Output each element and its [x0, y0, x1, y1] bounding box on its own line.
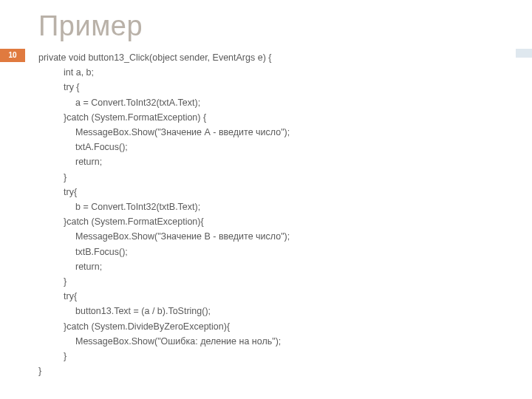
code-text: a = Convert.ToInt32(txtA.Text); — [38, 95, 200, 110]
code-text: return; — [38, 154, 102, 169]
code-line: b = Convert.ToInt32(txtB.Text); — [38, 200, 290, 214]
code-line: int a, b; — [38, 65, 290, 80]
code-line: try{ — [38, 289, 290, 304]
code-text: b = Convert.ToInt32(txtB.Text); — [38, 200, 200, 214]
code-text: }catch (System.DivideByZeroException){ — [38, 319, 230, 334]
code-line: try { — [38, 80, 290, 95]
code-text: try{ — [38, 185, 77, 200]
code-text: } — [38, 170, 66, 185]
code-line: } — [38, 349, 290, 364]
code-text: return; — [38, 259, 102, 274]
code-line: txtB.Focus(); — [38, 245, 290, 259]
code-line: MessageBox.Show("Значение А - введите чи… — [38, 125, 290, 140]
code-text: }catch (System.FormatException){ — [38, 214, 204, 229]
code-text: button13.Text = (a / b).ToString(); — [38, 304, 211, 318]
code-line: }catch (System.FormatException) { — [38, 110, 290, 125]
code-line: txtA.Focus(); — [38, 140, 290, 154]
code-line: } — [38, 274, 290, 289]
slide-title: Пример — [38, 10, 143, 42]
code-text: } — [38, 366, 41, 376]
code-line: } — [38, 170, 290, 185]
code-text: MessageBox.Show("Ошибка: деление на ноль… — [38, 334, 281, 349]
code-line: MessageBox.Show("Ошибка: деление на ноль… — [38, 334, 290, 349]
code-line: }catch (System.DivideByZeroException){ — [38, 319, 290, 334]
code-text: try { — [38, 80, 80, 95]
code-line: a = Convert.ToInt32(txtA.Text); — [38, 95, 290, 110]
code-line: }catch (System.FormatException){ — [38, 214, 290, 229]
code-text: } — [38, 349, 66, 364]
code-text: MessageBox.Show("Значение А - введите чи… — [38, 125, 290, 140]
code-line: } — [38, 364, 290, 378]
code-text: int a, b; — [38, 65, 94, 80]
code-line: return; — [38, 154, 290, 169]
code-line: try{ — [38, 185, 290, 200]
code-text: }catch (System.FormatException) { — [38, 110, 206, 125]
slide: Пример 10 private void button13_Click(ob… — [0, 0, 532, 399]
code-line: return; — [38, 259, 290, 274]
code-text: MessageBox.Show("Значение B - введите чи… — [38, 229, 290, 244]
page-number-badge: 10 — [0, 49, 25, 62]
code-line: private void button13_Click(object sende… — [38, 50, 290, 65]
code-text: try{ — [38, 289, 77, 304]
code-block: private void button13_Click(object sende… — [38, 50, 290, 378]
code-line: MessageBox.Show("Значение B - введите чи… — [38, 229, 290, 244]
code-line: button13.Text = (a / b).ToString(); — [38, 304, 290, 318]
side-decoration — [516, 49, 532, 58]
code-text: txtA.Focus(); — [38, 140, 128, 154]
code-text: txtB.Focus(); — [38, 245, 128, 259]
code-text: private void button13_Click(object sende… — [38, 52, 271, 63]
code-text: } — [38, 274, 66, 289]
